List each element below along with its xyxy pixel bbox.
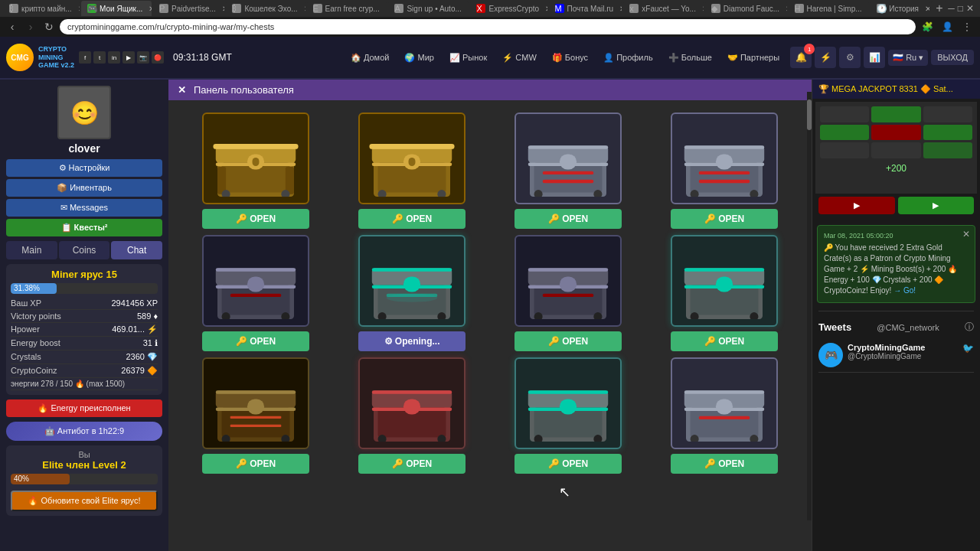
upgrade-button[interactable]: 🔥 Обновите свой Elite ярус! bbox=[11, 491, 158, 511]
scrollbar[interactable] bbox=[807, 92, 812, 520]
mini-game: +200 ▶ ▶ bbox=[812, 99, 980, 220]
tab-5[interactable]: E Earn free cryp... ✕ bbox=[307, 1, 387, 16]
nav-home[interactable]: 🏠 Домой bbox=[345, 50, 396, 66]
tab-10[interactable]: ◆ Diamond Fauc... ✕ bbox=[705, 1, 787, 16]
reload-button[interactable]: ↻ bbox=[41, 19, 57, 34]
inventory-button[interactable]: 📦 Инвентарь bbox=[6, 179, 162, 197]
extensions-button[interactable]: 🧩 bbox=[919, 19, 936, 34]
mini-cell-2 bbox=[871, 106, 920, 122]
nav-profile[interactable]: 👤 Профиль bbox=[597, 50, 659, 66]
tab-6[interactable]: A Sign up • Auto... ✕ bbox=[388, 1, 469, 16]
chest-item-3: 🔑 OPEN bbox=[493, 112, 643, 229]
chest-item-1: 🔑 OPEN bbox=[181, 112, 331, 229]
tab-12[interactable]: 🕐 История ✕ bbox=[871, 1, 929, 16]
energy-alert[interactable]: 🔥 Energy преисполнен bbox=[6, 399, 162, 417]
nav-menu: 🏠 Домой 🌍 Мир 📈 Рынок ⚡ CMW 🎁 Бонус 👤 Пр… bbox=[345, 50, 786, 66]
mini-cell-6 bbox=[923, 125, 972, 141]
open-btn-10[interactable]: 🔑 OPEN bbox=[358, 454, 466, 474]
tab-coins[interactable]: Coins bbox=[59, 241, 110, 259]
tab-11[interactable]: H Harena | Simp... ✕ bbox=[789, 1, 870, 16]
chest-svg-4 bbox=[678, 120, 770, 197]
open-btn-11[interactable]: 🔑 OPEN bbox=[514, 454, 622, 474]
tab-2[interactable]: 🎮 Мои Ящик... ✕ bbox=[81, 1, 152, 16]
tweets-info-icon[interactable]: ⓘ bbox=[965, 321, 974, 334]
open-btn-6[interactable]: ⚙ Opening... bbox=[358, 331, 466, 351]
svg-rect-38 bbox=[716, 154, 733, 169]
open-btn-12[interactable]: 🔑 OPEN bbox=[671, 454, 778, 474]
profile-button[interactable]: 👤 bbox=[939, 19, 956, 34]
nav-cmw[interactable]: ⚡ CMW bbox=[496, 50, 543, 66]
panel-x[interactable]: ✕ bbox=[178, 84, 186, 96]
svg-rect-40 bbox=[699, 180, 750, 183]
mini-red-btn[interactable]: ▶ bbox=[818, 197, 895, 214]
back-button[interactable]: ‹ bbox=[5, 19, 20, 34]
panel-title: Панель пользователя bbox=[194, 84, 294, 96]
window-maximize[interactable]: □ bbox=[958, 3, 963, 14]
tab-4[interactable]: ₿ Кошелек Эхо... ✕ bbox=[226, 1, 305, 16]
tab-7[interactable]: X ExpressCrypto ✕ bbox=[470, 1, 547, 16]
scroll-thumb[interactable] bbox=[807, 99, 812, 130]
notification-btn[interactable]: 🔔1 bbox=[790, 47, 812, 68]
tab-chat[interactable]: Chat bbox=[111, 241, 162, 259]
mini-green-btn[interactable]: ▶ bbox=[898, 197, 975, 214]
svg-rect-7 bbox=[253, 158, 260, 166]
chest-img-8 bbox=[671, 235, 778, 327]
tweet-avatar: 🎮 bbox=[818, 343, 843, 367]
chest-img-4 bbox=[671, 112, 778, 204]
open-btn-8[interactable]: 🔑 OPEN bbox=[671, 331, 778, 351]
notif-time: Mar 08, 2021 05:00:20 bbox=[824, 232, 969, 240]
messages-button[interactable]: ✉ Messages bbox=[6, 199, 162, 217]
chest-img-11 bbox=[514, 357, 622, 449]
tab-3[interactable]: P Paidvertise... ✕ bbox=[153, 1, 224, 16]
lang-btn[interactable]: 🇷🇺Ru▾ bbox=[888, 50, 928, 66]
forward-button[interactable]: › bbox=[23, 19, 38, 34]
stat-victory: Victory points 589 ♦ bbox=[11, 310, 158, 323]
open-btn-9[interactable]: 🔑 OPEN bbox=[202, 454, 309, 474]
svg-rect-74 bbox=[684, 268, 764, 271]
browser-tabs: ₿ крипто майн... ✕ 🎮 Мои Ящик... ✕ P Pai… bbox=[0, 0, 980, 17]
address-bar[interactable]: cryptomininggame.com/ru/crypto-mining-wa… bbox=[60, 19, 916, 34]
chest-img-5 bbox=[202, 235, 309, 327]
nav-world[interactable]: 🌍 Мир bbox=[398, 50, 439, 66]
window-close[interactable]: ✕ bbox=[966, 3, 974, 14]
crypto-btn[interactable]: ⚡ bbox=[815, 47, 836, 68]
tab-1[interactable]: ₿ крипто майн... ✕ bbox=[3, 1, 80, 16]
tab-9[interactable]: x xFaucet — Yo... ✕ bbox=[623, 1, 703, 16]
exit-btn[interactable]: ВЫХОД bbox=[931, 50, 974, 65]
chest-img-9 bbox=[202, 357, 309, 449]
chest-svg-2 bbox=[366, 120, 458, 197]
tab-8[interactable]: M Почта Mail.ru ✕ bbox=[549, 1, 622, 16]
nav-market[interactable]: 📈 Рынок bbox=[443, 50, 493, 66]
open-btn-7[interactable]: 🔑 OPEN bbox=[514, 331, 622, 351]
open-btn-2[interactable]: 🔑 OPEN bbox=[358, 209, 466, 229]
nav-bonus[interactable]: 🎁 Бонус bbox=[546, 50, 594, 66]
new-tab-button[interactable]: + bbox=[931, 1, 946, 16]
svg-rect-9 bbox=[286, 167, 294, 194]
settings-button[interactable]: ⚙ Настройки bbox=[6, 159, 162, 177]
quests-button[interactable]: 📋 Квесты² bbox=[6, 219, 162, 236]
panel-header[interactable]: ✕ Панель пользователя bbox=[168, 80, 812, 100]
stat-crystals: Crystals 2360 💎 bbox=[11, 350, 158, 364]
open-btn-1[interactable]: 🔑 OPEN bbox=[202, 209, 309, 229]
open-btn-3[interactable]: 🔑 OPEN bbox=[514, 209, 622, 229]
tab-main[interactable]: Main bbox=[6, 241, 57, 259]
antibot-btn[interactable]: 🤖 Антибот в 1h22:9 bbox=[6, 422, 162, 441]
open-btn-4[interactable]: 🔑 OPEN bbox=[671, 209, 778, 229]
nav-partners[interactable]: 🤝 Партнеры bbox=[721, 50, 786, 66]
tweet-item: 🎮 CryptoMiningGame @CryptoMiningGame 🐦 bbox=[818, 338, 974, 373]
window-minimize[interactable]: ─ bbox=[948, 3, 955, 14]
tweet-name: CryptoMiningGame bbox=[848, 343, 925, 352]
stats-btn[interactable]: 📊 bbox=[864, 47, 885, 68]
settings-nav-btn[interactable]: ⚙ bbox=[839, 47, 861, 68]
nav-more[interactable]: ➕ Больше bbox=[662, 50, 718, 66]
chest-img-12 bbox=[671, 357, 778, 449]
social-icons: f t in ▶ 📷 🔴 bbox=[79, 51, 164, 64]
chest-item-10: 🔑 OPEN bbox=[337, 357, 487, 474]
menu-button[interactable]: ⋮ bbox=[959, 19, 975, 34]
mini-cell-8 bbox=[871, 142, 920, 158]
game-time: 09:31:18 GMT bbox=[173, 52, 232, 63]
notif-close-btn[interactable]: ✕ bbox=[962, 229, 970, 240]
open-btn-5[interactable]: 🔑 OPEN bbox=[202, 331, 309, 351]
notif-link[interactable]: → Go! bbox=[893, 286, 916, 295]
top-nav: CMG CRYPTO MINING GAME v2.2 f t in ▶ 📷 🔴… bbox=[0, 37, 980, 80]
